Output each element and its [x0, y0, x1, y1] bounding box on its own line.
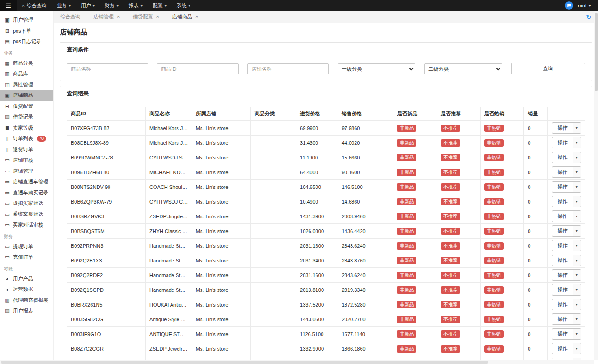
action-button[interactable]: 操作▾	[552, 152, 581, 163]
sidebar-item[interactable]: ◫属性管理	[0, 80, 53, 91]
sidebar-item[interactable]: ▣店铺商品	[0, 90, 53, 101]
action-button[interactable]: 操作▾	[552, 328, 581, 340]
tab-close-icon[interactable]: ×	[196, 14, 198, 19]
sidebar-item[interactable]: ▭虚拟买家对话	[0, 198, 53, 209]
horizontal-scrollbar[interactable]	[0, 360, 594, 364]
sidebar-item[interactable]: ▯订单列表70	[0, 133, 53, 144]
table-row: B0BSRZGVK3ZSEDP Jingdezhen C...Ms. Lin's…	[67, 209, 585, 224]
sidebar-item[interactable]: ▭系统客服对话	[0, 209, 53, 220]
sidebar-item[interactable]: ▣用户管理	[0, 15, 53, 26]
action-dropdown-caret[interactable]: ▾	[573, 167, 581, 177]
cell-action: 操作▾	[548, 224, 585, 239]
cell-purchase-price: 2013.8100	[296, 283, 338, 297]
sidebar-item[interactable]: ▥商品库	[0, 68, 53, 80]
not-hot-badge: 非热销	[484, 286, 504, 294]
topnav-item[interactable]: 报表▾	[124, 0, 148, 11]
action-dropdown-caret[interactable]: ▾	[573, 299, 581, 310]
action-button[interactable]: 操作▾	[552, 343, 581, 354]
action-dropdown-caret[interactable]: ▾	[573, 329, 581, 339]
cell-is-hot: 非热销	[480, 297, 524, 312]
action-button[interactable]: 操作▾	[552, 269, 581, 281]
sidebar-item[interactable]: ▭提现订单	[0, 241, 53, 252]
sidebar-item[interactable]: ▭充值订单	[0, 252, 53, 263]
action-button[interactable]: 操作▾	[552, 284, 581, 296]
sidebar-item[interactable]: ▭买家对话审核	[0, 220, 53, 231]
action-button[interactable]: 操作▾	[552, 240, 581, 251]
action-button[interactable]: 操作▾	[552, 166, 581, 178]
sidebar-item[interactable]: ▤借贷记录	[0, 112, 53, 123]
action-dropdown-caret[interactable]: ▾	[573, 211, 581, 222]
chat-icon[interactable]	[565, 1, 573, 10]
product-id-input[interactable]	[157, 63, 238, 74]
action-dropdown-caret[interactable]: ▾	[573, 226, 581, 236]
sidebar-item[interactable]: ▥代理商充值报表	[0, 295, 53, 306]
sidebar-item[interactable]: ▯退货订单	[0, 144, 53, 155]
vertical-scrollbar-thumb[interactable]	[595, 13, 598, 91]
category-level2-select[interactable]: 二级分类	[424, 63, 502, 74]
action-button[interactable]: 操作▾	[552, 122, 581, 134]
sidebar-item[interactable]: ▤用户报表	[0, 306, 53, 317]
sidebar-item[interactable]: ⊟借贷配置	[0, 101, 53, 112]
cell-product-id: B003IE9G1O	[67, 327, 146, 341]
tab[interactable]: 综合查询	[60, 13, 80, 20]
action-dropdown-caret[interactable]: ▾	[573, 343, 581, 354]
search-button[interactable]: 查询	[511, 63, 585, 74]
topnav-item[interactable]: 系统▾	[172, 0, 196, 11]
category-level1-select[interactable]: 一级分类	[338, 63, 415, 74]
topnav-item[interactable]: 业务▾	[52, 0, 76, 11]
action-button[interactable]: 操作▾	[552, 255, 581, 266]
action-button[interactable]: 操作▾	[552, 196, 581, 207]
action-button[interactable]: 操作▾	[552, 299, 581, 310]
action-dropdown-caret[interactable]: ▾	[573, 123, 581, 133]
action-dropdown-caret[interactable]: ▾	[573, 152, 581, 163]
action-dropdown-caret[interactable]: ▾	[573, 314, 581, 324]
tab[interactable]: 借贷配置×	[132, 13, 159, 20]
action-dropdown-caret[interactable]: ▾	[573, 240, 581, 251]
hamburger-icon[interactable]: ☰	[0, 0, 17, 11]
refresh-icon[interactable]: ↻	[586, 14, 592, 20]
sidebar-item[interactable]: ▦商品分类	[0, 58, 53, 69]
action-dropdown-caret[interactable]: ▾	[573, 196, 581, 207]
sidebar-item[interactable]: ≣卖家等级	[0, 123, 53, 134]
action-dropdown-caret[interactable]: ▾	[573, 270, 581, 280]
cell-sale-price: 2003.9460	[338, 209, 393, 224]
action-button[interactable]: 操作▾	[552, 225, 581, 237]
sidebar-item[interactable]: ▭店铺管理	[0, 166, 53, 177]
cell-store: Ms. Lin's store	[192, 239, 251, 253]
sidebar-item[interactable]: ⊞pos下单	[0, 26, 53, 37]
product-name-input[interactable]	[67, 63, 148, 74]
sidebar-item[interactable]: ▭店铺审核	[0, 155, 53, 166]
action-button[interactable]: 操作▾	[552, 313, 581, 325]
action-button[interactable]: 操作▾	[552, 137, 581, 148]
action-button-label: 操作	[552, 211, 573, 222]
sidebar-item[interactable]: ▭店铺直通车管理	[0, 176, 53, 188]
topnav-item[interactable]: ⌂综合查询	[17, 0, 52, 11]
action-button[interactable]: 操作▾	[552, 210, 581, 222]
action-dropdown-caret[interactable]: ▾	[573, 255, 581, 266]
action-button[interactable]: 操作▾	[552, 181, 581, 193]
vertical-scrollbar[interactable]	[594, 11, 598, 360]
action-dropdown-caret[interactable]: ▾	[573, 182, 581, 192]
store-name-input[interactable]	[247, 63, 329, 74]
horizontal-scrollbar-thumb[interactable]	[1, 361, 488, 364]
action-dropdown-caret[interactable]: ▾	[573, 137, 581, 148]
cell-is-new: 非新品	[393, 194, 437, 209]
topnav-item[interactable]: 配置▾	[148, 0, 172, 11]
cell-purchase-price: 1026.0300	[296, 224, 338, 239]
topnav-item[interactable]: 用户▾	[76, 0, 100, 11]
table-row: B092Q2RDF2Handmade Stained ...Ms. Lin's …	[67, 268, 585, 283]
sidebar-item[interactable]: ▭直通车购买记录	[0, 188, 53, 199]
tab[interactable]: 店铺商品×	[172, 13, 198, 20]
action-dropdown-caret[interactable]: ▾	[573, 284, 581, 295]
user-product-icon: ◕	[4, 276, 10, 281]
not-new-badge: 非新品	[397, 125, 416, 132]
tab[interactable]: 店铺管理×	[93, 13, 120, 20]
sidebar-item[interactable]: ▤pos日志记录	[0, 36, 53, 47]
tab-close-icon[interactable]: ×	[156, 14, 159, 19]
topnav-item[interactable]: 财务▾	[100, 0, 124, 11]
sidebar-item[interactable]: ◑运营数据	[0, 284, 53, 295]
cell-sales: 0	[524, 180, 548, 194]
sidebar-item[interactable]: ◕用户产品	[0, 273, 53, 284]
tab-close-icon[interactable]: ×	[117, 14, 120, 19]
user-menu[interactable]: root ▾	[578, 3, 591, 8]
